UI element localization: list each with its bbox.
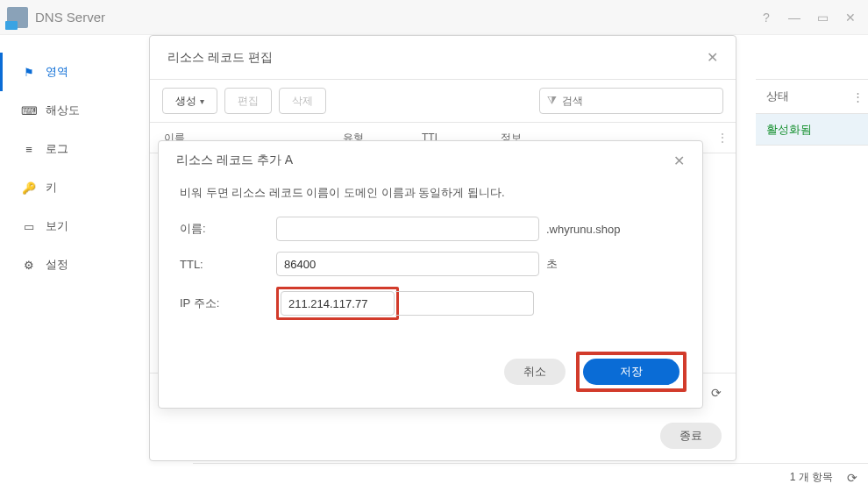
delete-button[interactable]: 삭제 [279, 88, 326, 114]
sidebar-item-log[interactable]: ≡ 로그 [0, 130, 140, 168]
chevron-down-icon: ▾ [200, 96, 204, 106]
sidebar-item-label: 설정 [46, 257, 68, 273]
filter-icon: ⧩ [547, 94, 557, 108]
highlight-ip [276, 287, 399, 320]
search-input[interactable] [562, 95, 715, 107]
delete-label: 삭제 [292, 94, 313, 109]
maximize-icon[interactable]: ▭ [812, 7, 833, 28]
ttl-input[interactable] [276, 252, 539, 276]
resolution-icon: ⌨ [21, 104, 37, 117]
name-label: 이름: [180, 221, 276, 237]
dialog-title: 리소스 레코드 편집 [167, 50, 273, 66]
create-label: 생성 [175, 94, 196, 109]
reload-icon[interactable]: ⟳ [711, 386, 722, 400]
status-badge-active: 활성화됨 [756, 114, 868, 146]
app-title: DNS Server [35, 10, 105, 25]
edit-label: 편집 [238, 94, 259, 109]
dialog-title: 리소스 레코드 추가 A [176, 153, 293, 168]
save-button[interactable]: 저장 [583, 359, 679, 385]
view-icon: ▭ [21, 220, 37, 233]
flag-icon: ⚑ [21, 66, 37, 79]
sidebar-item-label: 영역 [46, 64, 68, 80]
dialog-footer: 취소 저장 [159, 345, 702, 408]
dialog-add-a-record: 리소스 레코드 추가 A ✕ 비워 두면 리소스 레코드 이름이 도메인 이름과… [158, 140, 703, 409]
ip-address-input[interactable] [281, 291, 395, 316]
key-icon: 🔑 [21, 181, 37, 195]
record-name-input[interactable] [276, 217, 539, 241]
sidebar-item-settings[interactable]: ⚙ 설정 [0, 246, 140, 284]
sidebar-item-label: 키 [46, 180, 57, 196]
footer-count: 1 개 항목 [790, 470, 833, 485]
title-bar: DNS Server ? — ▭ ✕ [0, 0, 868, 35]
minimize-icon[interactable]: — [784, 7, 805, 28]
column-menu-icon[interactable]: ⋮ [847, 90, 868, 103]
sidebar: ⚑ 영역 ⌨ 해상도 ≡ 로그 🔑 키 ▭ 보기 ⚙ 설정 [0, 35, 140, 491]
column-menu-icon[interactable]: ⋮ [709, 132, 736, 144]
sidebar-item-label: 로그 [46, 141, 68, 157]
sidebar-item-label: 보기 [46, 218, 68, 234]
gear-icon: ⚙ [21, 259, 37, 272]
close-icon[interactable]: ✕ [707, 49, 718, 66]
status-column: 상태 ⋮ 활성화됨 [756, 79, 868, 146]
page-footer: 1 개 항목 ⟳ [193, 463, 868, 491]
help-icon[interactable]: ? [756, 7, 777, 28]
sidebar-item-zones[interactable]: ⚑ 영역 [0, 53, 140, 91]
dialog-description: 비워 두면 리소스 레코드 이름이 도메인 이름과 동일하게 됩니다. [180, 185, 681, 201]
status-header-label: 상태 [766, 89, 847, 104]
dialog-toolbar: 생성 ▾ 편집 삭제 ⧩ [150, 80, 736, 122]
ttl-suffix: 초 [546, 256, 558, 272]
dialog-body: 비워 두면 리소스 레코드 이름이 도메인 이름과 동일하게 됩니다. 이름: … [159, 180, 702, 345]
ip-input-tail [395, 291, 534, 316]
domain-suffix: .whyrunu.shop [546, 223, 621, 236]
list-icon: ≡ [21, 143, 37, 156]
sidebar-item-resolution[interactable]: ⌨ 해상도 [0, 91, 140, 130]
dialog-footer-bottom: 종료 [150, 411, 736, 460]
ip-label: IP 주소: [180, 295, 276, 311]
sidebar-item-view[interactable]: ▭ 보기 [0, 207, 140, 246]
close-dialog-button[interactable]: 종료 [660, 423, 722, 449]
sidebar-item-label: 해상도 [46, 103, 80, 118]
create-button[interactable]: 생성 ▾ [162, 88, 217, 114]
reload-icon[interactable]: ⟳ [847, 471, 857, 485]
ttl-label: TTL: [180, 258, 276, 271]
close-icon[interactable]: ✕ [673, 153, 685, 169]
app-icon [7, 7, 28, 28]
edit-button[interactable]: 편집 [224, 88, 272, 114]
status-active-label: 활성화됨 [766, 122, 812, 138]
highlight-save: 저장 [576, 352, 687, 392]
cancel-button[interactable]: 취소 [504, 359, 566, 385]
sidebar-item-keys[interactable]: 🔑 키 [0, 168, 140, 207]
search-input-wrap[interactable]: ⧩ [539, 88, 723, 114]
close-icon[interactable]: ✕ [840, 7, 861, 28]
